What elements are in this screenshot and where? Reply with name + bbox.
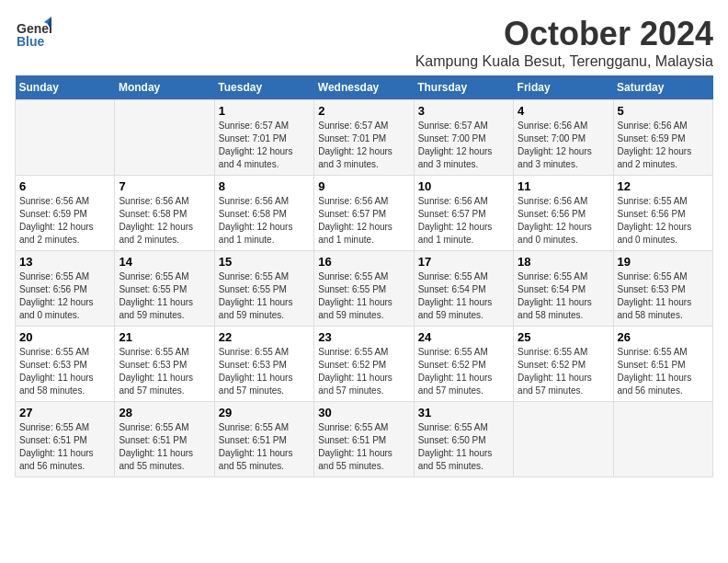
weekday-header: Sunday [16,75,115,100]
day-number: 23 [318,330,409,344]
day-number: 2 [318,104,409,118]
day-number: 14 [119,255,210,269]
weekday-header: Thursday [414,75,513,100]
day-detail: Sunrise: 6:55 AMSunset: 6:51 PMDaylight:… [219,421,310,473]
calendar-cell: 21Sunrise: 6:55 AMSunset: 6:53 PMDayligh… [115,327,214,402]
day-number: 31 [418,406,509,419]
calendar-cell: 17Sunrise: 6:55 AMSunset: 6:54 PMDayligh… [414,251,513,327]
calendar-week-row: 6Sunrise: 6:56 AMSunset: 6:59 PMDaylight… [16,176,713,251]
day-detail: Sunrise: 6:56 AMSunset: 6:59 PMDaylight:… [618,120,709,171]
calendar-cell: 26Sunrise: 6:55 AMSunset: 6:51 PMDayligh… [613,327,712,402]
calendar-cell: 30Sunrise: 6:55 AMSunset: 6:51 PMDayligh… [314,402,414,477]
calendar-cell: 24Sunrise: 6:55 AMSunset: 6:52 PMDayligh… [414,327,513,402]
main-title: October 2024 [415,15,713,53]
logo-icon: General Blue [15,15,51,52]
calendar-cell: 6Sunrise: 6:56 AMSunset: 6:59 PMDaylight… [16,176,115,251]
day-number: 22 [219,330,310,344]
day-number: 16 [318,255,409,269]
day-number: 11 [518,179,609,193]
calendar-cell [613,402,712,477]
calendar-cell: 9Sunrise: 6:56 AMSunset: 6:57 PMDaylight… [314,176,414,251]
calendar-cell: 23Sunrise: 6:55 AMSunset: 6:52 PMDayligh… [314,327,414,402]
calendar-cell: 20Sunrise: 6:55 AMSunset: 6:53 PMDayligh… [16,327,115,402]
calendar-cell: 10Sunrise: 6:56 AMSunset: 6:57 PMDayligh… [414,176,513,251]
day-detail: Sunrise: 6:55 AMSunset: 6:53 PMDaylight:… [618,270,709,322]
day-number: 7 [119,179,210,193]
logo: General Blue [15,15,51,52]
day-detail: Sunrise: 6:56 AMSunset: 6:59 PMDaylight:… [19,195,110,247]
day-detail: Sunrise: 6:55 AMSunset: 6:55 PMDaylight:… [219,270,310,322]
day-number: 9 [318,179,409,193]
day-detail: Sunrise: 6:56 AMSunset: 6:57 PMDaylight:… [318,195,409,247]
subtitle: Kampung Kuala Besut, Terengganu, Malaysi… [415,53,713,70]
day-detail: Sunrise: 6:55 AMSunset: 6:51 PMDaylight:… [19,421,110,473]
calendar-cell: 27Sunrise: 6:55 AMSunset: 6:51 PMDayligh… [16,402,115,477]
day-number: 28 [119,406,210,419]
day-number: 15 [219,255,310,269]
calendar-cell: 31Sunrise: 6:55 AMSunset: 6:50 PMDayligh… [414,402,513,477]
day-number: 4 [518,104,609,118]
day-number: 17 [418,255,509,269]
calendar-cell [16,100,115,176]
calendar-cell [115,100,214,176]
calendar-week-row: 27Sunrise: 6:55 AMSunset: 6:51 PMDayligh… [16,402,713,477]
day-detail: Sunrise: 6:55 AMSunset: 6:54 PMDaylight:… [418,270,509,322]
day-number: 13 [19,255,110,269]
calendar-cell: 7Sunrise: 6:56 AMSunset: 6:58 PMDaylight… [115,176,214,251]
weekday-header: Monday [115,75,214,100]
day-detail: Sunrise: 6:56 AMSunset: 6:56 PMDaylight:… [518,195,609,247]
weekday-header: Saturday [613,75,712,100]
day-detail: Sunrise: 6:55 AMSunset: 6:50 PMDaylight:… [418,421,509,473]
day-number: 26 [618,330,709,344]
day-detail: Sunrise: 6:55 AMSunset: 6:52 PMDaylight:… [418,346,509,397]
calendar-cell: 8Sunrise: 6:56 AMSunset: 6:58 PMDaylight… [214,176,313,251]
calendar-cell: 29Sunrise: 6:55 AMSunset: 6:51 PMDayligh… [214,402,313,477]
day-number: 6 [19,179,110,193]
day-number: 1 [219,104,310,118]
day-detail: Sunrise: 6:55 AMSunset: 6:51 PMDaylight:… [618,346,709,397]
day-detail: Sunrise: 6:55 AMSunset: 6:56 PMDaylight:… [19,270,110,322]
day-detail: Sunrise: 6:55 AMSunset: 6:55 PMDaylight:… [318,270,409,322]
day-number: 19 [618,255,709,269]
calendar-cell: 1Sunrise: 6:57 AMSunset: 7:01 PMDaylight… [214,100,313,176]
day-number: 10 [418,179,509,193]
svg-text:Blue: Blue [17,34,45,49]
day-number: 24 [418,330,509,344]
day-number: 20 [19,330,110,344]
day-number: 18 [518,255,609,269]
calendar-cell: 13Sunrise: 6:55 AMSunset: 6:56 PMDayligh… [16,251,115,327]
calendar-cell: 14Sunrise: 6:55 AMSunset: 6:55 PMDayligh… [115,251,214,327]
weekday-header: Wednesday [314,75,414,100]
title-block: October 2024 Kampung Kuala Besut, Tereng… [415,15,713,70]
calendar-table: SundayMondayTuesdayWednesdayThursdayFrid… [15,75,713,477]
day-detail: Sunrise: 6:57 AMSunset: 7:01 PMDaylight:… [318,120,409,171]
calendar-cell: 5Sunrise: 6:56 AMSunset: 6:59 PMDaylight… [613,100,712,176]
day-detail: Sunrise: 6:55 AMSunset: 6:51 PMDaylight:… [119,421,210,473]
day-number: 5 [618,104,709,118]
calendar-header-row: SundayMondayTuesdayWednesdayThursdayFrid… [16,75,713,100]
day-detail: Sunrise: 6:56 AMSunset: 6:58 PMDaylight:… [219,195,310,247]
calendar-cell [514,402,613,477]
weekday-header: Friday [514,75,613,100]
day-detail: Sunrise: 6:55 AMSunset: 6:56 PMDaylight:… [618,195,709,247]
calendar-cell: 3Sunrise: 6:57 AMSunset: 7:00 PMDaylight… [414,100,513,176]
day-detail: Sunrise: 6:55 AMSunset: 6:52 PMDaylight:… [318,346,409,397]
day-detail: Sunrise: 6:56 AMSunset: 6:57 PMDaylight:… [418,195,509,247]
calendar-cell: 28Sunrise: 6:55 AMSunset: 6:51 PMDayligh… [115,402,214,477]
day-number: 29 [219,406,310,419]
calendar-week-row: 20Sunrise: 6:55 AMSunset: 6:53 PMDayligh… [16,327,713,402]
weekday-header: Tuesday [214,75,313,100]
day-number: 27 [19,406,110,419]
page-header: General Blue October 2024 Kampung Kuala … [15,15,713,70]
day-detail: Sunrise: 6:55 AMSunset: 6:53 PMDaylight:… [219,346,310,397]
day-detail: Sunrise: 6:55 AMSunset: 6:52 PMDaylight:… [518,346,609,397]
day-detail: Sunrise: 6:55 AMSunset: 6:55 PMDaylight:… [119,270,210,322]
calendar-cell: 12Sunrise: 6:55 AMSunset: 6:56 PMDayligh… [613,176,712,251]
day-detail: Sunrise: 6:55 AMSunset: 6:53 PMDaylight:… [19,346,110,397]
day-number: 3 [418,104,509,118]
calendar-cell: 25Sunrise: 6:55 AMSunset: 6:52 PMDayligh… [514,327,613,402]
calendar-cell: 18Sunrise: 6:55 AMSunset: 6:54 PMDayligh… [514,251,613,327]
day-detail: Sunrise: 6:56 AMSunset: 7:00 PMDaylight:… [518,120,609,171]
calendar-cell: 11Sunrise: 6:56 AMSunset: 6:56 PMDayligh… [514,176,613,251]
calendar-cell: 2Sunrise: 6:57 AMSunset: 7:01 PMDaylight… [314,100,414,176]
